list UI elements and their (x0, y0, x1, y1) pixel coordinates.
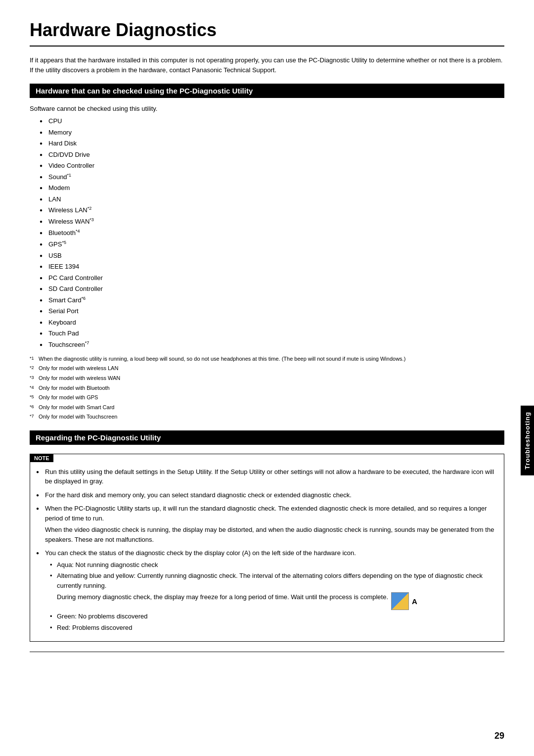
note-item-2: For the hard disk and memory only, you c… (36, 490, 498, 500)
intro-line2: If the utility discovers a problem in th… (30, 65, 504, 75)
list-item: USB (40, 251, 504, 261)
page-number: 29 (494, 731, 504, 741)
hardware-list: CPU Memory Hard Disk CD/DVD Drive Video … (40, 116, 504, 350)
list-item: Sound*1 (40, 172, 504, 182)
list-item: LAN (40, 194, 504, 204)
troubleshooting-tab: Troubleshooting (521, 406, 534, 475)
sub-item-red: Red: Problems discovered (50, 623, 498, 633)
footnote-4: *4 Only for model with Bluetooth (30, 384, 504, 393)
sub-item-green: Green: No problems discovered (50, 612, 498, 621)
diagnostic-icon (391, 592, 409, 610)
intro-line1: If it appears that the hardware installe… (30, 55, 504, 65)
list-item: CD/DVD Drive (40, 150, 504, 160)
list-item: SD Card Controller (40, 284, 504, 294)
list-item: Smart Card*6 (40, 295, 504, 305)
footnote-2: *2 Only for model with wireless LAN (30, 364, 504, 373)
sub-bullets-list: Aqua: Not running diagnostic check Alter… (50, 560, 498, 633)
sub-item-aqua: Aqua: Not running diagnostic check (50, 560, 498, 570)
icon-label-a: A (412, 596, 417, 608)
note-item-4: You can check the status of the diagnost… (36, 548, 498, 632)
list-item: PC Card Controller (40, 273, 504, 283)
footnote-1: *1 When the diagnostic utility is runnin… (30, 355, 504, 364)
note-bullets-list: Run this utility using the default setti… (36, 467, 498, 633)
page-title: Hardware Diagnostics (30, 20, 504, 47)
list-item: GPS*5 (40, 239, 504, 249)
list-item: Keyboard (40, 318, 504, 328)
list-item: CPU (40, 116, 504, 126)
note-item-1: Run this utility using the default setti… (36, 467, 498, 486)
list-item: Modem (40, 183, 504, 193)
footnote-7: *7 Only for model with Touchscreen (30, 413, 504, 422)
note-content: Run this utility using the default setti… (30, 462, 504, 642)
footnote-3: *3 Only for model with wireless WAN (30, 374, 504, 383)
section1-header: Hardware that can be checked using the P… (30, 84, 504, 98)
section2-header: Regarding the PC-Diagnostic Utility (30, 430, 504, 445)
bottom-divider (30, 652, 504, 652)
list-item: Touch Pad (40, 329, 504, 338)
footnote-6: *6 Only for model with Smart Card (30, 403, 504, 412)
sub-item-blue-yellow: Alternating blue and yellow: Currently r… (50, 571, 498, 610)
note-item-3: When the PC-Diagnostic Utility starts up… (36, 504, 498, 544)
footnotes: *1 When the diagnostic utility is runnin… (30, 355, 504, 422)
intro-text: If it appears that the hardware installe… (30, 55, 504, 75)
list-item: Wireless WAN*3 (40, 217, 504, 227)
note-item-3-continuation: When the video diagnostic check is runni… (45, 525, 498, 544)
list-item: Touchscreen*7 (40, 340, 504, 350)
list-item: Bluetooth*4 (40, 228, 504, 238)
list-item: IEEE 1394 (40, 262, 504, 272)
note-label: NOTE (30, 454, 53, 462)
footnote-5: *5 Only for model with GPS (30, 393, 504, 402)
list-item: Video Controller (40, 161, 504, 171)
software-note: Software cannot be checked using this ut… (30, 105, 504, 112)
list-item: Memory (40, 128, 504, 138)
list-item: Serial Port (40, 306, 504, 316)
list-item: Wireless LAN*2 (40, 205, 504, 215)
memory-note: During memory diagnostic check, the disp… (57, 592, 498, 610)
note-box: NOTE Run this utility using the default … (30, 454, 504, 642)
list-item: Hard Disk (40, 139, 504, 148)
